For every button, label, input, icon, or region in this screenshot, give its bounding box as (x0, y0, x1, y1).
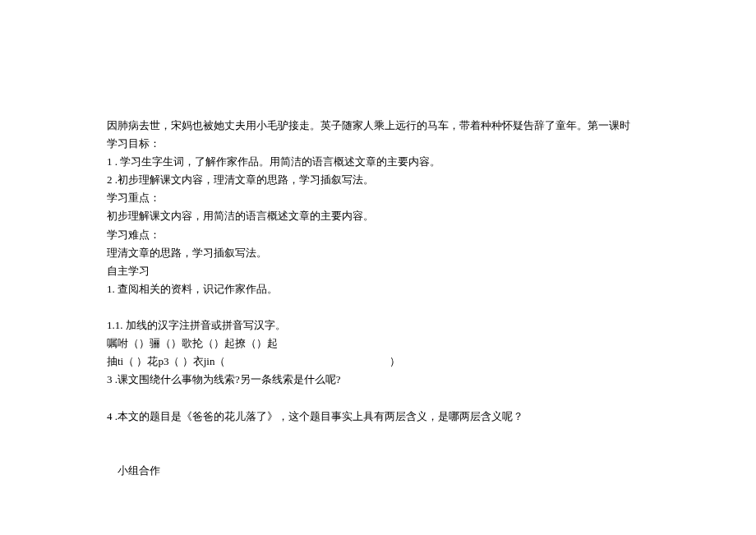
study-goals-heading: 学习目标： (107, 135, 649, 153)
blank-line (107, 444, 649, 462)
study-difficulty-heading: 学习难点： (107, 226, 649, 244)
self-study-item-1: 1. 查阅相关的资料，识记作家作品。 (107, 280, 649, 298)
exercise-1-1: 1.1. 加线的汉字注拼音或拼音写汉字。 (107, 316, 649, 334)
question-4: 4 .本文的题目是《爸爸的花儿落了》，这个题目事实上具有两层含义，是哪两层含义呢… (107, 408, 649, 426)
blank-line (107, 426, 649, 444)
self-study-heading: 自主学习 (107, 262, 649, 280)
study-difficulty-content: 理清文章的思路，学习插叙写法。 (107, 244, 649, 262)
pinyin-part-b: ） (390, 355, 400, 367)
blank-line (107, 389, 649, 407)
goal-item-2: 2 .初步理解课文内容，理清文章的思路，学习插叙写法。 (107, 171, 649, 189)
goal-item-1: 1 . 学习生字生词，了解作家作品。用简洁的语言概述文章的主要内容。 (107, 153, 649, 171)
pinyin-exercise-line-1: 嘱咐（）骊（）歌抡（）起撩（）起 (107, 334, 649, 353)
study-focus-content: 初步理解课文内容，用简洁的语言概述文章的主要内容。 (107, 207, 649, 225)
pinyin-exercise-line-2: 抽ti（ ）花p3（ ）衣jin（） (107, 353, 649, 371)
study-focus-heading: 学习重点： (107, 189, 649, 207)
group-work-heading: 小组合作 (107, 462, 649, 480)
paragraph-line-1: 因肺病去世，宋妈也被她丈夫用小毛驴接走。英子随家人乘上远行的马车，带着种种怀疑告… (107, 117, 649, 135)
pinyin-part-a: 抽ti（ ）花p3（ ）衣jin（ (107, 355, 225, 367)
question-3: 3 .课文围绕什么事物为线索?另一条线索是什么呢? (107, 371, 649, 389)
blank-line (107, 298, 649, 316)
